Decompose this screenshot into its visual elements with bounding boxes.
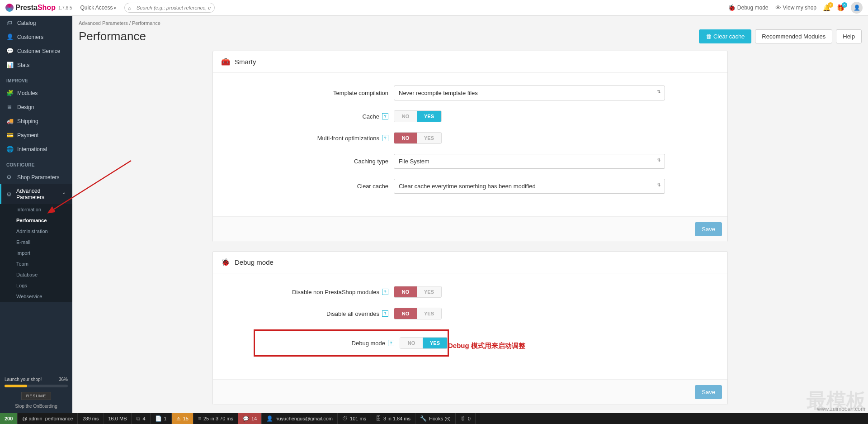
warnings-item[interactable]: ⚠15 [172, 413, 193, 424]
breadcrumb-0[interactable]: Advanced Parameters [79, 20, 132, 26]
avatar[interactable]: 👤 [851, 2, 863, 14]
sidebar-sub-e-mail[interactable]: E-mail [0, 237, 72, 248]
user-item[interactable]: 👤huyuchengus@gmail.com [262, 413, 338, 424]
time-item[interactable]: 289 ms [78, 413, 104, 424]
help-icon[interactable]: ? [382, 135, 388, 141]
layers-icon: ⧉ [136, 415, 140, 422]
top-right: 🐞Debug mode 👁View my shop 🔔2 🎁6 👤 [728, 2, 863, 14]
disable-overrides-yes[interactable]: YES [417, 308, 441, 319]
disable-nonps-yes[interactable]: YES [417, 286, 441, 297]
debug-mode-yes[interactable]: YES [423, 338, 447, 348]
sidebar-item-shop-parameters[interactable]: ⚙Shop Parameters [0, 170, 72, 184]
sidebar-item-customer-service[interactable]: 💬Customer Service [0, 44, 72, 58]
sidebar-item-payment[interactable]: 💳Payment [0, 128, 72, 142]
sidebar-item-modules[interactable]: 🧩Modules [0, 86, 72, 100]
memory-item[interactable]: 16.0 MB [104, 413, 132, 424]
multifront-toggle[interactable]: NO YES [394, 132, 442, 144]
forms-item[interactable]: ⧉4 [132, 413, 150, 424]
debug-bar: 200 @ admin_performance 289 ms 16.0 MB ⧉… [0, 413, 868, 424]
help-icon[interactable]: ? [382, 289, 388, 295]
nav-icon: 🌐 [6, 146, 13, 152]
logo-icon [5, 4, 14, 12]
breadcrumb-1[interactable]: Performance [132, 20, 160, 26]
timing-item[interactable]: ⏱101 ms [338, 413, 371, 424]
db-item[interactable]: ≡25 in 3.70 ms [193, 413, 238, 424]
status-code[interactable]: 200 [0, 413, 18, 424]
zero-item[interactable]: 🛢0 [456, 413, 476, 424]
bell-icon[interactable]: 🔔2 [823, 4, 830, 11]
annotation-text: Debug 模式用来启动调整 [448, 342, 525, 350]
disable-nonps-toggle[interactable]: NO YES [394, 286, 442, 298]
gift-icon[interactable]: 🎁6 [837, 4, 844, 11]
disable-nonps-no[interactable]: NO [394, 286, 417, 297]
stack-icon: ≡ [198, 415, 201, 422]
nav-icon: 💬 [6, 48, 13, 54]
view-shop-link[interactable]: 👁View my shop [775, 4, 816, 11]
sidebar-item-advanced-parameters[interactable]: ⚙Advanced Parameters⌃ [0, 184, 72, 204]
search-input[interactable] [124, 3, 215, 13]
search-wrap: ⌕ [124, 3, 215, 13]
sidebar-item-customers[interactable]: 👤Customers [0, 30, 72, 44]
notif-badge: 2 [828, 2, 833, 8]
launch-label: Launch your shop! [5, 377, 42, 382]
logo[interactable]: PrestaShop [5, 4, 56, 12]
debug-save-button[interactable]: Save [695, 385, 722, 399]
sidebar-sub-logs[interactable]: Logs [0, 280, 72, 291]
onboarding-progress [5, 385, 68, 387]
sidebar-sub-administration[interactable]: Administration [0, 226, 72, 237]
label-cache: Cache [362, 113, 379, 120]
help-icon[interactable]: ? [388, 340, 394, 346]
hooks-item[interactable]: 🔧Hooks (6) [415, 413, 456, 424]
breadcrumb: Advanced Parameters Performance [79, 20, 862, 26]
sidebar-sub-team[interactable]: Team [0, 258, 72, 269]
chevron-up-icon: ⌃ [62, 192, 66, 196]
debug-card: 🐞 Debug mode Disable non PrestaShop modu… [212, 251, 728, 405]
label-template-compilation: Template compilation [333, 90, 388, 96]
logo-presta: Presta [15, 4, 38, 12]
help-button[interactable]: Help [836, 29, 862, 43]
sidebar-item-international[interactable]: 🌐International [0, 142, 72, 156]
sidebar-configure: ⚙Shop Parameters⚙Advanced Parameters⌃ [0, 170, 72, 204]
logo-shop: Shop [38, 4, 56, 12]
sidebar-sub-import[interactable]: Import [0, 248, 72, 258]
nav-icon: 🚚 [6, 118, 13, 124]
doc-icon: 📄 [155, 415, 162, 422]
cache-toggle[interactable]: NO YES [394, 110, 442, 122]
cache-yes[interactable]: YES [417, 111, 441, 122]
sidebar-item-stats[interactable]: 📊Stats [0, 58, 72, 72]
cache-no[interactable]: NO [394, 111, 417, 122]
disable-overrides-no[interactable]: NO [394, 308, 417, 319]
quick-access-dropdown[interactable]: Quick Access [80, 5, 117, 11]
sidebar-sub-performance[interactable]: Performance [0, 215, 72, 226]
sidebar-sub-database[interactable]: Database [0, 269, 72, 280]
sidebar-sub-webservice[interactable]: Webservice [0, 291, 72, 302]
bug-icon: 🐞 [221, 258, 230, 267]
disable-overrides-toggle[interactable]: NO YES [394, 308, 442, 319]
debug-mode-link[interactable]: 🐞Debug mode [728, 4, 769, 11]
msgs-item[interactable]: 💬14 [238, 413, 262, 424]
resume-button[interactable]: RESUME [21, 392, 52, 400]
cache-item[interactable]: 🗄3 in 1.84 ms [371, 413, 415, 424]
eye-icon: 👁 [775, 4, 781, 11]
multifront-yes[interactable]: YES [417, 133, 441, 143]
docs-item[interactable]: 📄1 [151, 413, 172, 424]
help-icon[interactable]: ? [382, 310, 388, 317]
nav-icon: ⚙ [6, 191, 12, 198]
debug-mode-no[interactable]: NO [400, 338, 423, 348]
search-icon: ⌕ [128, 5, 131, 11]
help-icon[interactable]: ? [382, 113, 388, 119]
route-item[interactable]: @ admin_performance [18, 413, 78, 424]
smarty-save-button[interactable]: Save [695, 222, 722, 236]
caching-type-select[interactable]: File System [394, 154, 665, 169]
debug-mode-toggle[interactable]: NO YES [400, 337, 448, 349]
template-compilation-select[interactable]: Never recompile template files [394, 86, 665, 100]
sidebar-item-design[interactable]: 🖥Design [0, 100, 72, 114]
clear-cache-button[interactable]: 🗑 Clear cache [699, 29, 751, 43]
stop-onboarding-link[interactable]: Stop the OnBoarding [5, 404, 68, 409]
recommended-modules-button[interactable]: Recommended Modules [755, 29, 832, 43]
sidebar-item-catalog[interactable]: 🏷Catalog [0, 16, 72, 30]
sidebar-sub-information[interactable]: Information [0, 204, 72, 215]
sidebar-item-shipping[interactable]: 🚚Shipping [0, 114, 72, 128]
multifront-no[interactable]: NO [394, 133, 417, 143]
clear-cache-select[interactable]: Clear cache everytime something has been… [394, 179, 665, 194]
